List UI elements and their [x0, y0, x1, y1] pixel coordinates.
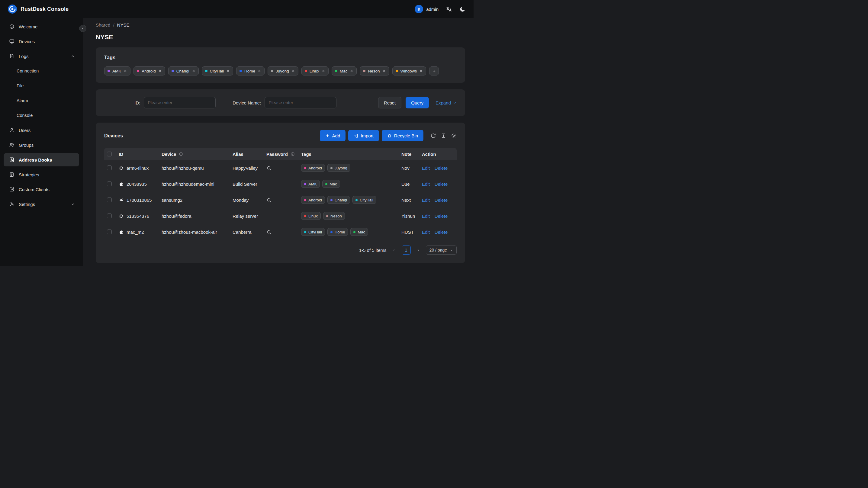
close-icon[interactable] — [124, 69, 127, 73]
add-tag-button[interactable] — [429, 66, 439, 75]
row-checkbox[interactable] — [107, 182, 112, 186]
add-button[interactable]: Add — [320, 130, 346, 141]
tag-chip-cityhall[interactable]: CityHall — [202, 66, 234, 75]
sidebar-item-logs-connection[interactable]: Connection — [4, 64, 79, 78]
sidebar-item-users[interactable]: Users — [4, 123, 79, 137]
tag-chip-changi[interactable]: Changi — [168, 66, 199, 75]
info-icon[interactable] — [290, 152, 295, 156]
sidebar-item-logs-file[interactable]: File — [4, 79, 79, 92]
previous-page-button[interactable] — [390, 246, 398, 254]
sidebar-item-settings[interactable]: Settings — [4, 197, 79, 211]
row-checkbox[interactable] — [107, 197, 112, 202]
edit-link[interactable]: Edit — [422, 197, 430, 203]
chevron-right-icon — [416, 248, 420, 252]
recycle-bin-button[interactable]: Recycle Bin — [382, 130, 424, 141]
row-checkbox[interactable] — [107, 165, 112, 170]
device-name: hzhou@hzhou-qemu — [159, 165, 230, 171]
sidebar-collapse-button[interactable] — [79, 25, 86, 32]
edit-link[interactable]: Edit — [422, 165, 430, 171]
device-id: 20438935 — [127, 182, 147, 187]
tag-chip-amk[interactable]: AMK — [104, 66, 130, 75]
close-icon[interactable] — [350, 69, 353, 73]
close-icon[interactable] — [226, 69, 230, 73]
topbar: RustDesk Console a admin — [0, 0, 473, 18]
moon-icon[interactable] — [459, 6, 466, 12]
delete-link[interactable]: Delete — [435, 197, 447, 203]
reset-button[interactable]: Reset — [378, 97, 401, 109]
page-size-select[interactable]: 20 / page — [426, 245, 457, 254]
tag-chip-mac[interactable]: Mac — [332, 66, 357, 75]
devices-card: Devices Add Import Recycle Bin — [96, 123, 465, 263]
translate-icon[interactable] — [446, 6, 452, 12]
close-icon[interactable] — [382, 69, 386, 73]
edit-link[interactable]: Edit — [422, 182, 430, 187]
sidebar-item-strategies[interactable]: Strategies — [4, 168, 79, 181]
tag-chip-neson[interactable]: Neson — [360, 66, 389, 75]
tag-chip-android[interactable]: Android — [133, 66, 165, 75]
col-header-password: Password — [267, 152, 288, 157]
sidebar-item-custom-clients[interactable]: Custom Clients — [4, 183, 79, 196]
row-checkbox[interactable] — [107, 230, 112, 234]
magnifier-icon[interactable] — [267, 165, 272, 171]
users-group-icon — [9, 142, 14, 148]
delete-link[interactable]: Delete — [435, 165, 447, 171]
row-checkbox[interactable] — [107, 214, 112, 218]
sidebar-subitem-label: Console — [17, 113, 33, 118]
delete-link[interactable]: Delete — [435, 182, 447, 187]
table-row: mac_m2 hzhou@zhous-macbook-air Canberra … — [104, 224, 457, 240]
close-icon[interactable] — [192, 69, 195, 73]
breadcrumb-parent[interactable]: Shared — [96, 22, 110, 28]
device-name-filter-input[interactable] — [265, 97, 336, 109]
sidebar-item-label: Welcome — [19, 24, 37, 29]
chevron-left-icon — [81, 27, 85, 30]
tags-card-title: Tags — [104, 55, 457, 60]
tag-chip-windows[interactable]: Windows — [392, 66, 427, 75]
breadcrumb-current: NYSE — [117, 22, 130, 28]
query-button[interactable]: Query — [406, 97, 429, 109]
sidebar-item-groups[interactable]: Groups — [4, 138, 79, 152]
refresh-icon[interactable] — [430, 133, 436, 139]
settings-icon[interactable] — [451, 133, 457, 139]
sidebar-item-label: Logs — [19, 54, 29, 59]
page-number[interactable]: 1 — [402, 245, 411, 254]
sidebar-item-welcome[interactable]: Welcome — [4, 20, 79, 33]
user-menu[interactable]: a admin — [415, 5, 438, 13]
delete-link[interactable]: Delete — [435, 214, 447, 219]
next-page-button[interactable] — [414, 246, 422, 254]
sidebar-item-address-books[interactable]: Address Books — [4, 153, 79, 166]
close-icon[interactable] — [322, 69, 325, 73]
col-header-id: ID — [119, 152, 123, 157]
tag-dot — [107, 70, 110, 72]
devices-card-title: Devices — [104, 133, 123, 139]
avatar[interactable]: a — [415, 5, 423, 13]
delete-link[interactable]: Delete — [435, 230, 447, 235]
magnifier-icon[interactable] — [267, 197, 272, 203]
main-content: Shared / NYSE NYSE Tags AMK Android Chan… — [83, 18, 473, 266]
col-header-action: Action — [422, 152, 436, 157]
close-icon[interactable] — [158, 69, 162, 73]
sidebar-item-logs[interactable]: Logs — [4, 50, 79, 63]
close-icon[interactable] — [291, 69, 295, 73]
row-tag-chip: Android — [301, 164, 325, 172]
edit-link[interactable]: Edit — [422, 214, 430, 219]
expand-toggle[interactable]: Expand — [435, 100, 457, 105]
tag-dot — [304, 215, 306, 217]
edit-link[interactable]: Edit — [422, 230, 430, 235]
info-icon[interactable] — [179, 152, 183, 156]
select-all-checkbox[interactable] — [107, 152, 112, 156]
tag-chip-juyong[interactable]: Juyong — [268, 66, 299, 75]
tag-chip-home[interactable]: Home — [236, 66, 265, 75]
magnifier-icon[interactable] — [267, 230, 272, 235]
sidebar-item-devices[interactable]: Devices — [4, 35, 79, 48]
tag-chip-linux[interactable]: Linux — [302, 66, 329, 75]
sidebar-item-logs-alarm[interactable]: Alarm — [4, 94, 79, 107]
close-icon[interactable] — [258, 69, 261, 73]
username: admin — [426, 7, 438, 12]
tag-label: AMK — [112, 69, 121, 73]
sidebar-item-logs-console[interactable]: Console — [4, 109, 79, 122]
id-filter-input[interactable] — [144, 97, 216, 109]
column-height-icon[interactable] — [441, 133, 446, 139]
close-icon[interactable] — [419, 69, 423, 73]
device-alias: Build Server — [230, 182, 264, 187]
import-button[interactable]: Import — [348, 130, 379, 141]
